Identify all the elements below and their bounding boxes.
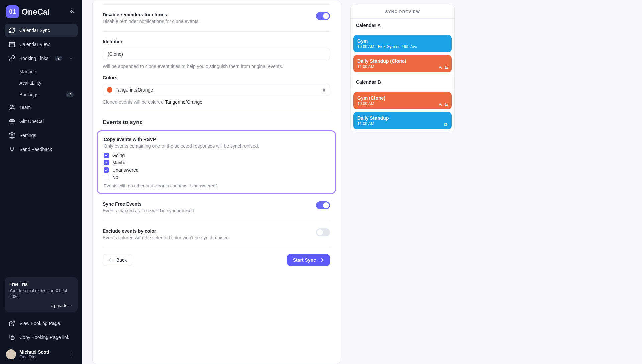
svg-point-9	[72, 352, 72, 352]
footer-actions: Back Start Sync	[103, 248, 330, 274]
sync-icon	[9, 27, 15, 34]
option-label: Going	[112, 153, 125, 158]
gift-icon	[9, 118, 15, 125]
colors-value: Tangerine/Orange	[116, 87, 153, 93]
identifier-input[interactable]	[103, 48, 330, 60]
colors-helper: Cloned events will be colored Tangerine/…	[103, 99, 330, 105]
nav-label: Calendar Sync	[19, 28, 50, 33]
option-label: Maybe	[112, 160, 126, 165]
nav-gift[interactable]: Gift OneCal	[5, 115, 78, 128]
rsvp-note: Events with no other participants count …	[104, 183, 329, 188]
nav-label: Booking Links	[19, 56, 48, 61]
nav-badge: 2	[66, 92, 74, 97]
colors-select[interactable]: Tangerine/Orange ▲▼	[103, 84, 330, 96]
svg-point-1	[10, 105, 12, 107]
chevron-down-icon	[68, 55, 74, 62]
video-icon	[444, 122, 448, 127]
trial-card: Free Trial Your free trial expires on 01…	[5, 277, 78, 312]
primary-nav: Calendar Sync Calendar View Booking Link…	[0, 22, 82, 158]
nav-booking-links[interactable]: Booking Links 2	[5, 52, 78, 65]
settings-card: Disable reminders for clones Disable rem…	[92, 0, 340, 364]
nav-label: Calendar View	[19, 42, 50, 47]
nav-label: Manage	[19, 69, 36, 74]
nav-feedback[interactable]: Send Feedback	[5, 143, 78, 156]
rsvp-option-unanswered[interactable]: Unanswered	[104, 167, 329, 173]
copy-icon	[9, 334, 15, 341]
back-button[interactable]: Back	[103, 254, 132, 266]
logo-mark: 01	[6, 5, 19, 18]
setting-subtitle: Events marked as Free will be synchronis…	[103, 208, 196, 213]
trial-text: Your free trial expires on 01 Jul 2026.	[9, 288, 73, 300]
checkbox-icon	[104, 167, 109, 173]
view-booking-page-link[interactable]: View Booking Page	[5, 317, 78, 330]
collapse-sidebar-button[interactable]	[67, 6, 77, 17]
copy-booking-page-link[interactable]: Copy Booking Page link	[5, 331, 78, 344]
nav-calendar-view[interactable]: Calendar View	[5, 38, 78, 51]
events-section-title: Events to sync	[103, 112, 330, 128]
subnav-bookings[interactable]: Bookings 2	[15, 89, 78, 100]
start-sync-button[interactable]: Start Sync	[287, 254, 330, 266]
external-link-icon	[9, 320, 15, 327]
event-subtitle: 10:00 AM · Flex Gym on 16th Ave	[357, 44, 448, 49]
svg-rect-0	[10, 42, 15, 47]
event-subtitle: 10:00 AM	[357, 101, 448, 106]
exclude-color-toggle[interactable]	[316, 228, 330, 236]
subnav-availability[interactable]: Availability	[15, 78, 78, 88]
exclude-color-row: Exclude events by color Events colored w…	[103, 221, 330, 248]
nav-team[interactable]: Team	[5, 101, 78, 114]
svg-rect-14	[439, 68, 442, 69]
identifier-row: Identifier Will be appended to clone eve…	[103, 32, 330, 112]
nav-label: Team	[19, 105, 31, 110]
identifier-helper: Will be appended to clone event titles t…	[103, 64, 330, 69]
bell-off-icon	[444, 66, 448, 70]
lock-icon	[438, 66, 442, 70]
bell-off-icon	[444, 103, 448, 107]
setting-title: Sync Free Events	[103, 201, 196, 207]
avatar	[6, 349, 16, 359]
sync-free-toggle[interactable]	[316, 201, 330, 209]
nav-calendar-sync[interactable]: Calendar Sync	[5, 24, 78, 37]
event-subtitle: 11:00 AM	[357, 121, 448, 126]
color-swatch	[107, 87, 112, 93]
setting-title: Exclude events by color	[103, 228, 230, 234]
checkbox-icon	[104, 153, 109, 158]
nav-label: Send Feedback	[19, 147, 52, 152]
svg-marker-19	[447, 124, 448, 125]
chevrons-left-icon	[69, 8, 75, 14]
identifier-label: Identifier	[103, 39, 330, 44]
user-name: Michael Scott	[19, 349, 49, 355]
disable-reminders-toggle[interactable]	[316, 12, 330, 20]
preview-event: Daily Standup 11:00 AM	[353, 112, 452, 129]
lightbulb-icon	[9, 146, 15, 153]
brand-logo: 01 OneCal	[6, 5, 50, 18]
option-label: Unanswered	[112, 167, 139, 173]
event-title: Gym	[357, 38, 448, 44]
setting-title: Disable reminders for clones	[103, 12, 198, 17]
arrow-right-icon	[319, 257, 324, 263]
rsvp-option-maybe[interactable]: Maybe	[104, 160, 329, 165]
svg-point-10	[72, 353, 72, 354]
nav-label: Bookings	[19, 92, 39, 97]
nav-settings[interactable]: Settings	[5, 129, 78, 142]
user-menu-button[interactable]	[68, 350, 76, 359]
setting-subtitle: Events colored with the selected color w…	[103, 235, 230, 240]
calendar-name: Calendar A	[351, 19, 454, 32]
arrow-left-icon	[108, 257, 114, 263]
rsvp-option-no[interactable]: No	[104, 175, 329, 180]
nav-label: View Booking Page	[19, 321, 60, 326]
svg-rect-18	[445, 123, 447, 126]
nav-badge: 2	[55, 56, 62, 61]
subnav-manage[interactable]: Manage	[15, 66, 78, 77]
lock-icon	[438, 103, 442, 107]
rsvp-highlight: Copy events with RSVP Only events contai…	[97, 130, 336, 194]
gear-icon	[9, 132, 15, 139]
upgrade-link[interactable]: Upgrade →	[9, 303, 73, 308]
disable-reminders-row: Disable reminders for clones Disable rem…	[103, 5, 330, 32]
rsvp-option-going[interactable]: Going	[104, 153, 329, 158]
event-title: Gym (Clone)	[357, 95, 448, 101]
checkbox-icon	[104, 160, 109, 165]
main: Disable reminders for clones Disable rem…	[82, 0, 642, 364]
user-plan: Free Trial	[19, 355, 49, 359]
nav-label: Settings	[19, 133, 36, 138]
user-row: Michael Scott Free Trial	[0, 346, 82, 359]
